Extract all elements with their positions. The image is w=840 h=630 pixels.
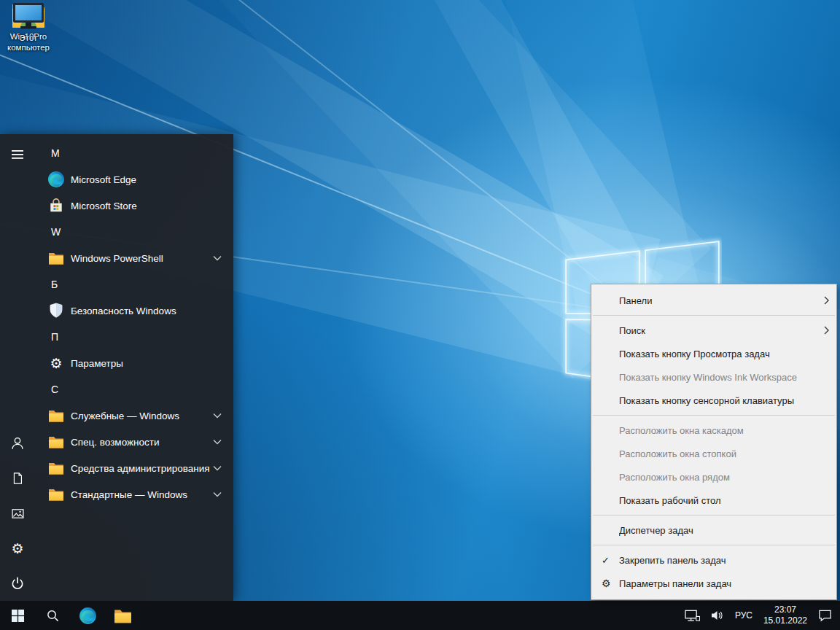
app-label: Параметры <box>71 358 225 369</box>
folder-icon <box>47 459 65 477</box>
expand-menu-button[interactable] <box>0 137 35 172</box>
app-label: Безопасность Windows <box>71 306 225 316</box>
menu-item-taskbar-settings[interactable]: ⚙ Параметры панели задач <box>591 572 836 595</box>
menu-item-label: Панели <box>619 295 828 306</box>
app-label: Microsoft Edge <box>71 174 225 185</box>
shield-icon <box>47 302 65 319</box>
rail-spacer <box>0 172 35 426</box>
gear-icon: ⚙ <box>602 578 619 588</box>
menu-item-task-manager[interactable]: Диспетчер задач <box>591 518 836 542</box>
app-label: Microsoft Store <box>71 201 225 211</box>
windows-logo-icon <box>12 610 24 622</box>
chevron-down-icon[interactable] <box>211 491 223 497</box>
folder-icon <box>47 486 65 503</box>
power-icon <box>10 576 25 591</box>
chevron-down-icon[interactable] <box>211 439 223 445</box>
app-label: Средства администрирования W… <box>71 463 211 474</box>
chevron-down-icon[interactable] <box>211 413 223 419</box>
start-section-letter-w[interactable]: W <box>35 219 233 245</box>
menu-item-label: Поиск <box>619 325 828 336</box>
power-button[interactable] <box>0 566 35 601</box>
menu-item-label: Показать кнопку Windows Ink Workspace <box>619 372 828 383</box>
light-ray <box>476 0 702 327</box>
menu-item-show-desktop[interactable]: Показать рабочий стол <box>591 489 836 512</box>
menu-item-label: Расположить окна стопкой <box>619 448 828 459</box>
start-folder-accessories[interactable]: Стандартные — Windows <box>35 481 233 508</box>
gear-icon: ⚙ <box>47 354 65 372</box>
start-section-letter-m[interactable]: М <box>35 140 233 166</box>
start-folder-admin-tools[interactable]: Средства администрирования W… <box>35 455 233 481</box>
menu-separator <box>593 515 835 516</box>
desktop-icon-label: Этот компьютер <box>0 34 57 52</box>
taskbar-context-menu: Панели Поиск Показать кнопку Просмотра з… <box>591 284 837 600</box>
start-section-letter-s[interactable]: С <box>35 376 233 402</box>
taskbar: РУС 23:07 15.01.2022 <box>0 601 840 630</box>
start-folder-accessibility[interactable]: Спец. возможности <box>35 429 233 455</box>
submenu-arrow-icon <box>824 296 829 307</box>
menu-item-show-ink-workspace-button: Показать кнопку Windows Ink Workspace <box>591 365 836 389</box>
menu-item-lock-taskbar[interactable]: ✓ Закрепить панель задач <box>591 548 836 572</box>
file-explorer-button[interactable] <box>105 601 140 630</box>
action-center-icon <box>818 609 832 622</box>
menu-separator <box>593 545 835 545</box>
checkmark-icon: ✓ <box>602 555 619 566</box>
clock[interactable]: 23:07 15.01.2022 <box>758 601 813 630</box>
start-app-list: М Microsoft Edge <box>35 134 233 601</box>
search-icon <box>46 609 60 623</box>
start-button[interactable] <box>0 601 35 630</box>
pictures-icon <box>10 506 26 521</box>
settings-gear-icon: ⚙ <box>11 542 23 556</box>
pictures-button[interactable] <box>0 496 35 531</box>
menu-item-label: Диспетчер задач <box>619 525 828 536</box>
edge-icon <box>79 607 97 625</box>
start-app-microsoft-edge[interactable]: Microsoft Edge <box>35 166 233 192</box>
user-account-button[interactable] <box>0 426 35 461</box>
menu-separator <box>593 315 835 316</box>
store-bag-icon <box>47 197 65 214</box>
speaker-icon <box>710 610 725 621</box>
start-section-letter-p[interactable]: П <box>35 324 233 350</box>
desktop-icon-this-pc[interactable]: Этот компьютер <box>0 0 57 52</box>
start-folder-system-windows[interactable]: Служебные — Windows <box>35 402 233 429</box>
menu-item-label: Показать кнопку Просмотра задач <box>619 349 828 359</box>
language-label: РУС <box>735 610 752 621</box>
menu-item-toolbars[interactable]: Панели <box>591 289 836 312</box>
menu-item-label: Расположить окна рядом <box>619 472 828 483</box>
start-folder-windows-powershell[interactable]: Windows PowerShell <box>35 245 233 271</box>
folder-icon <box>114 608 132 623</box>
menu-item-label: Показать кнопку сенсорной клавиатуры <box>619 395 828 406</box>
network-monitor-icon <box>685 610 700 622</box>
section-letter: П <box>51 331 58 343</box>
volume-tray-button[interactable] <box>705 601 730 630</box>
folder-icon <box>47 407 65 424</box>
section-letter: С <box>51 384 58 395</box>
start-section-letter-b[interactable]: Б <box>35 271 233 298</box>
app-label: Спец. возможности <box>71 437 211 448</box>
start-menu-rail: ⚙ <box>0 134 35 601</box>
settings-button[interactable]: ⚙ <box>0 531 35 566</box>
submenu-arrow-icon <box>824 326 829 337</box>
menu-item-search[interactable]: Поиск <box>591 319 836 342</box>
app-label: Служебные — Windows <box>71 411 211 421</box>
menu-item-side-by-side-windows: Расположить окна рядом <box>591 465 836 489</box>
folder-icon <box>47 433 65 451</box>
start-menu: ⚙ М Microsoft Edge <box>0 134 233 601</box>
search-button[interactable] <box>35 601 70 630</box>
menu-item-show-task-view-button[interactable]: Показать кнопку Просмотра задач <box>591 342 836 365</box>
chevron-down-icon[interactable] <box>211 465 223 471</box>
chevron-down-icon[interactable] <box>211 255 223 261</box>
network-tray-button[interactable] <box>680 601 705 630</box>
start-app-settings[interactable]: ⚙ Параметры <box>35 350 233 376</box>
system-tray: РУС 23:07 15.01.2022 <box>680 601 840 630</box>
language-indicator[interactable]: РУС <box>730 601 758 630</box>
action-center-button[interactable] <box>813 601 837 630</box>
start-app-windows-security[interactable]: Безопасность Windows <box>35 298 233 324</box>
menu-item-show-touch-keyboard-button[interactable]: Показать кнопку сенсорной клавиатуры <box>591 389 836 412</box>
edge-taskbar-button[interactable] <box>70 601 105 630</box>
documents-icon <box>10 471 25 486</box>
computer-icon <box>10 0 47 32</box>
app-label: Windows PowerShell <box>71 253 211 264</box>
menu-item-cascade-windows: Расположить окна каскадом <box>591 419 836 442</box>
start-app-microsoft-store[interactable]: Microsoft Store <box>35 192 233 219</box>
documents-button[interactable] <box>0 461 35 496</box>
